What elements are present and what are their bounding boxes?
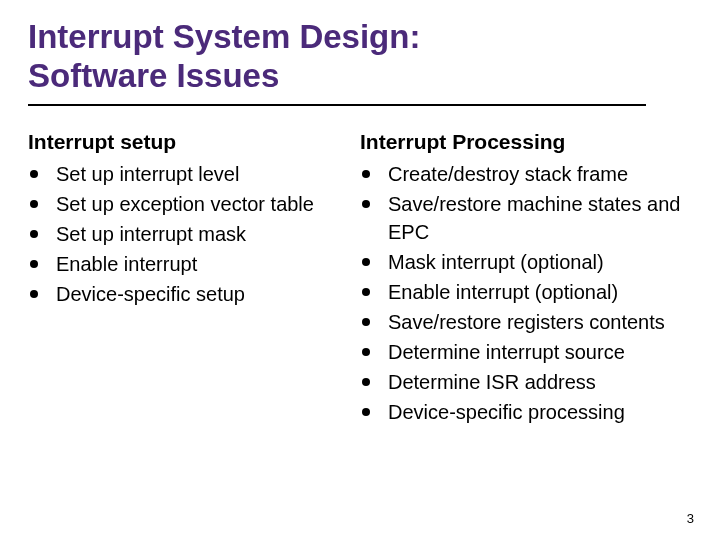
column-heading: Interrupt setup xyxy=(28,130,350,154)
bullet-list: Create/destroy stack frame Save/restore … xyxy=(360,160,682,426)
list-item: Enable interrupt xyxy=(28,250,350,278)
list-item: Set up interrupt mask xyxy=(28,220,350,248)
list-item: Determine interrupt source xyxy=(360,338,682,366)
column-heading: Interrupt Processing xyxy=(360,130,682,154)
slide-title: Interrupt System Design: Software Issues xyxy=(28,18,646,106)
list-item: Device-specific setup xyxy=(28,280,350,308)
list-item: Save/restore machine states and EPC xyxy=(360,190,682,246)
list-item: Save/restore registers contents xyxy=(360,308,682,336)
title-line-2: Software Issues xyxy=(28,57,279,94)
list-item: Enable interrupt (optional) xyxy=(360,278,682,306)
list-item: Mask interrupt (optional) xyxy=(360,248,682,276)
page-number: 3 xyxy=(687,511,694,526)
list-item: Set up exception vector table xyxy=(28,190,350,218)
column-left: Interrupt setup Set up interrupt level S… xyxy=(28,130,360,428)
bullet-list: Set up interrupt level Set up exception … xyxy=(28,160,350,308)
list-item: Create/destroy stack frame xyxy=(360,160,682,188)
column-right: Interrupt Processing Create/destroy stac… xyxy=(360,130,692,428)
list-item: Set up interrupt level xyxy=(28,160,350,188)
title-line-1: Interrupt System Design: xyxy=(28,18,420,55)
content-columns: Interrupt setup Set up interrupt level S… xyxy=(28,130,692,428)
list-item: Device-specific processing xyxy=(360,398,682,426)
list-item: Determine ISR address xyxy=(360,368,682,396)
